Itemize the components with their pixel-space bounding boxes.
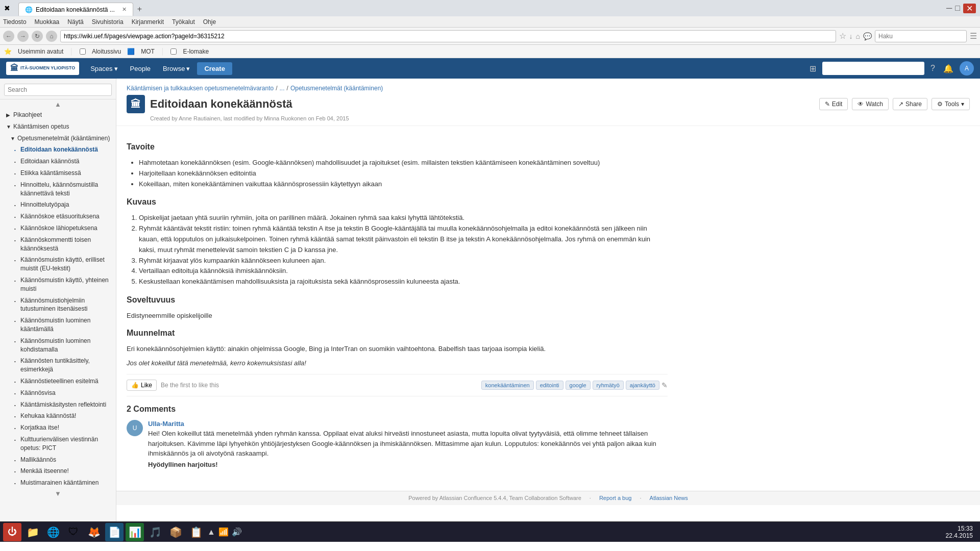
chat-icon[interactable]: 💬 xyxy=(863,32,872,40)
bookmark-useimmin[interactable]: Useimmin avatut xyxy=(18,48,63,55)
tag-ajankaytto[interactable]: ajankäyttö xyxy=(626,381,659,390)
tools-btn[interactable]: ⚙ Tools ▾ xyxy=(932,98,970,110)
home-icon2[interactable]: ⌂ xyxy=(856,32,860,40)
taskbar-volume-icon[interactable]: 🔊 xyxy=(232,527,242,537)
sidebar-item-hinnoittelutyo[interactable]: • Hinnoittelutyöpaja xyxy=(0,199,116,211)
active-tab[interactable]: 🌐 Editoidaan konekäännöstä ... ✕ xyxy=(18,3,133,16)
menu-kirjanmerkit[interactable]: Kirjanmerkit xyxy=(132,18,164,26)
sidebar-search-input[interactable] xyxy=(4,84,112,96)
new-tab-btn[interactable]: + xyxy=(133,3,146,16)
tag-ryhmätyo[interactable]: ryhmätyö xyxy=(593,381,624,390)
back-btn[interactable]: ← xyxy=(3,31,14,42)
nav-spaces-btn[interactable]: Spaces ▾ xyxy=(85,62,122,76)
edit-btn[interactable]: ✎ Edit xyxy=(819,98,848,110)
home-btn[interactable]: ⌂ xyxy=(46,31,57,42)
taskbar-app-8[interactable]: 🎵 xyxy=(146,523,164,541)
footer-link-bug[interactable]: Report a bug xyxy=(599,495,632,501)
tag-editointi[interactable]: editointi xyxy=(536,381,564,390)
sidebar-item-editoidaan-kone[interactable]: • Editoidaan konekäännöstä xyxy=(0,144,116,156)
taskbar-network-icon[interactable]: 📶 xyxy=(218,527,229,537)
download-icon[interactable]: ↓ xyxy=(849,32,853,40)
sidebar-item-menkaa[interactable]: • Menkää itseenne! xyxy=(0,465,116,477)
sidebar-item-editoidaan-kaan[interactable]: • Editoidaan käännöstä xyxy=(0,156,116,167)
bookmark-mot[interactable]: MOT xyxy=(141,48,155,55)
sidebar-item-kaannos-visa[interactable]: • Käännösvisa xyxy=(0,387,116,399)
sidebar-item-mallikaannos[interactable]: • Mallikäännös xyxy=(0,454,116,466)
taskbar-app-5[interactable]: 🦊 xyxy=(85,523,103,541)
sidebar-item-hinnoittelu[interactable]: • Hinnoittelu, käännösmuistilla käännett… xyxy=(0,179,116,199)
bookmark-checkbox-aloitussivu[interactable] xyxy=(80,48,86,55)
taskbar-up-icon[interactable]: ▲ xyxy=(207,528,215,537)
sidebar-item-korjatkaa[interactable]: • Korjatkaa itse! xyxy=(0,422,116,434)
confluence-logo[interactable]: 🏛 ITÄ-SUOMEN YLIOPISTO xyxy=(6,62,79,75)
bookmark-aloitussivu[interactable]: Aloitussivu xyxy=(92,48,121,55)
sidebar-item-kaannos-muisti-eu[interactable]: • Käännösmuistin käyttö, erilliset muist… xyxy=(0,254,116,274)
taskbar-app-9[interactable]: 📦 xyxy=(166,523,185,541)
nav-browse-btn[interactable]: Browse ▾ xyxy=(158,62,195,76)
share-btn[interactable]: ↗ Share xyxy=(893,98,927,110)
sidebar-item-kaantaminen[interactable]: ▼ Kääntämisen opetus xyxy=(0,121,116,133)
user-avatar[interactable]: A xyxy=(960,61,974,76)
menu-muokkaa[interactable]: Muokkaa xyxy=(35,18,60,26)
like-btn[interactable]: 👍 Like xyxy=(127,380,157,391)
nav-create-btn[interactable]: Create xyxy=(197,62,232,75)
sidebar-item-kaantamis-kasitys[interactable]: • Kääntämiskäsitysten reflektointi xyxy=(0,399,116,411)
minimize-btn[interactable]: ─ xyxy=(946,4,952,13)
sidebar-item-kaannoskoe-eta[interactable]: • Käännöskoe etäsuorituksena xyxy=(0,211,116,222)
sidebar-item-kaannos-tunti[interactable]: • Käännösten tuntikäsittely, esimerkkejä xyxy=(0,355,116,375)
sidebar-scroll-up[interactable]: ▲ xyxy=(0,99,116,109)
menu-ohje[interactable]: Ohje xyxy=(203,18,216,26)
tab-close-icon[interactable]: ✕ xyxy=(122,6,127,13)
search-input[interactable] xyxy=(875,30,967,42)
sidebar-item-kehukaa[interactable]: • Kehukaa käännöstä! xyxy=(0,410,116,422)
footer-link-news[interactable]: Atlassian News xyxy=(650,495,688,501)
menu-icon[interactable]: ☰ xyxy=(970,31,977,41)
taskbar-app-7[interactable]: 📊 xyxy=(126,523,144,541)
sidebar-item-kaannos-ohjelmat[interactable]: • Käännösmuistiohjelmiin tutustuminen it… xyxy=(0,295,116,315)
sidebar-item-etiikka[interactable]: • Etiikka kääntämisessä xyxy=(0,167,116,179)
bookmark-checkbox-elomake[interactable] xyxy=(170,48,177,55)
comment-author-1[interactable]: Ulla-Maritta xyxy=(148,420,184,428)
sidebar-item-kaannoskoe-lahi[interactable]: • Käännöskoe lähiopetuksena xyxy=(0,222,116,234)
taskbar-app-3[interactable]: 🌐 xyxy=(44,523,62,541)
taskbar-app-2[interactable]: 📁 xyxy=(23,523,42,541)
sidebar-item-muistimarainen[interactable]: • Muistimarainen kääntäminen xyxy=(0,477,116,489)
bell-icon[interactable]: 🔔 xyxy=(941,62,955,76)
sidebar-item-kaannos-luominen-k[interactable]: • Käännösmuistin luominen kääntämällä xyxy=(0,315,116,335)
sidebar-item-pikaohjeet[interactable]: ▶ Pikaohjeet xyxy=(0,109,116,121)
watch-btn[interactable]: 👁 Watch xyxy=(852,98,889,110)
menu-tiedosto[interactable]: Tiedosto xyxy=(3,18,27,26)
taskbar-clock[interactable]: 15:33 22.4.2015 xyxy=(946,525,977,539)
breadcrumb-link-1[interactable]: Kääntämisen ja tulkkauksen opetusmenetel… xyxy=(127,85,274,92)
sidebar-item-kaannoskomentti[interactable]: • Käännöskommentti toisen käännöksestä xyxy=(0,234,116,255)
menu-nayta[interactable]: Näytä xyxy=(67,18,83,26)
sidebar-item-kaannos-luominen-koh[interactable]: • Käännösmuistin luominen kohdistamalla xyxy=(0,335,116,356)
menu-tyokalut[interactable]: Työkalut xyxy=(172,18,195,26)
tag-kone[interactable]: konekääntäminen xyxy=(481,381,534,390)
conf-search-input[interactable] xyxy=(822,62,924,75)
forward-btn[interactable]: → xyxy=(17,31,29,42)
help-icon[interactable]: ? xyxy=(928,62,937,75)
sidebar-item-opetusmenetelmat[interactable]: ▼ Opetusmenetelmät (kääntäminen) xyxy=(0,133,116,144)
bookmark-star-icon[interactable]: ☆ xyxy=(839,31,846,41)
tag-google[interactable]: google xyxy=(566,381,591,390)
breadcrumb-ellipsis[interactable]: ... xyxy=(280,85,285,92)
taskbar-app-6[interactable]: 📄 xyxy=(105,523,124,541)
sidebar-item-kulttuuri[interactable]: • Kulttuurienvälisen viestinnän opetus: … xyxy=(0,434,116,454)
tag-edit-btn[interactable]: ✎ xyxy=(662,381,668,389)
nav-people-btn[interactable]: People xyxy=(125,62,156,76)
grid-icon[interactable]: ⊞ xyxy=(807,62,818,76)
taskbar-app-1[interactable]: ⏻ xyxy=(3,523,21,541)
reload-btn[interactable]: ↻ xyxy=(32,31,43,42)
close-btn[interactable]: ✕ xyxy=(963,4,976,13)
sidebar-item-kaannos-muisti-yht[interactable]: • Käännösmuistin käyttö, yhteinen muisti xyxy=(0,274,116,295)
menu-sivuhistoria[interactable]: Sivuhistoria xyxy=(92,18,124,26)
taskbar-app-10[interactable]: 📋 xyxy=(187,523,205,541)
maximize-btn[interactable]: □ xyxy=(955,4,960,13)
bookmark-elomake[interactable]: E-lomake xyxy=(183,48,209,55)
taskbar-app-4[interactable]: 🛡 xyxy=(64,523,83,541)
address-input[interactable] xyxy=(60,30,836,42)
sidebar-item-kaannos-tiede[interactable]: • Käännöstieteellinen esitelmä xyxy=(0,375,116,387)
sidebar-scroll-down[interactable]: ▼ xyxy=(0,489,116,498)
breadcrumb-link-3[interactable]: Opetusmenetelmät (kääntäminen) xyxy=(290,85,383,92)
